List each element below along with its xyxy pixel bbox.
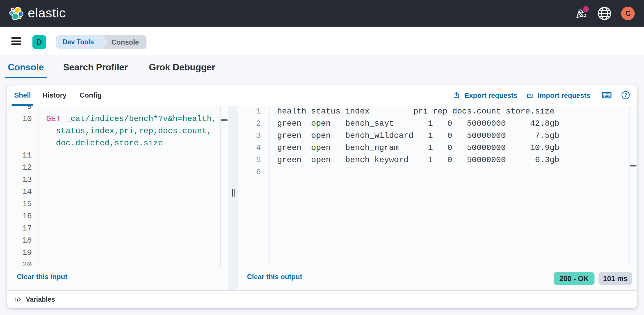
svg-text:?: ? [624,92,627,98]
